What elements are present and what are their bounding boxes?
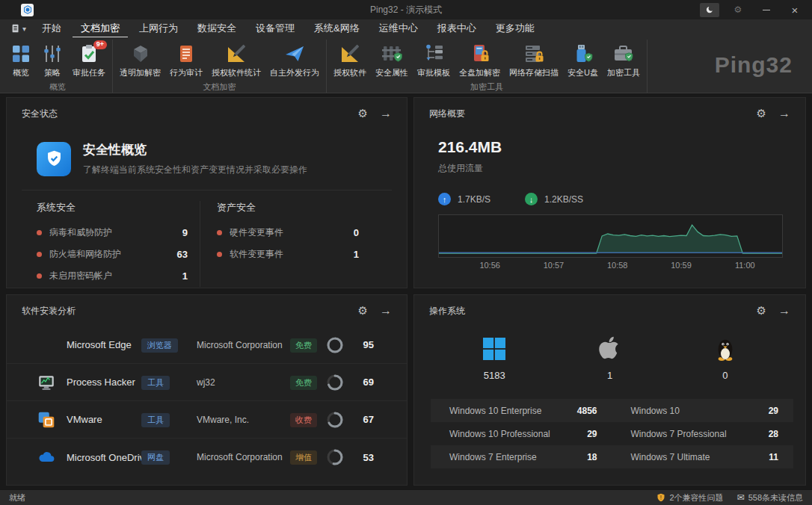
ribbon-transparent-encryption[interactable]: 透明加解密	[115, 40, 165, 80]
ribbon-network-storage-scan[interactable]: 网络存储扫描	[505, 40, 563, 80]
menu-tab-more[interactable]: 更多功能	[487, 19, 543, 38]
ribbon-policy[interactable]: 策略	[37, 40, 68, 80]
ribbon-outgoing-behavior[interactable]: 自主外发行为	[265, 40, 324, 80]
table-row[interactable]: Windows 7 Enterprise18 Windows 7 Ultimat…	[431, 445, 793, 468]
menu-tab-report-center[interactable]: 报表中心	[429, 19, 485, 38]
ribbon-group-label: 加密工具	[329, 80, 645, 96]
gear-icon[interactable]: ⚙	[757, 304, 766, 317]
window-title: Ping32 - 演示模式	[370, 4, 442, 16]
x-tick: 10:58	[607, 261, 628, 270]
software-row[interactable]: Microsoft Edge 浏览器 Microsoft Corporation…	[7, 326, 407, 364]
ribbon-group-label: 文档加密	[115, 80, 324, 96]
app-logo-icon	[21, 4, 34, 16]
software-row[interactable]: VMware 工具 VMware, Inc. 收费 67	[7, 401, 407, 439]
x-tick: 10:57	[544, 261, 565, 270]
software-row[interactable]: Microsoft OneDrive 网盘 Microsoft Corporat…	[7, 439, 407, 476]
policy-sliders-icon	[41, 43, 64, 65]
x-tick: 10:56	[479, 261, 500, 270]
score-ring	[326, 411, 344, 429]
gear-icon[interactable]: ⚙	[358, 304, 368, 317]
ribbon-approval-templates[interactable]: 审批模板	[413, 40, 455, 80]
list-item[interactable]: 未启用密码帐户 1	[37, 265, 188, 287]
ribbon-group-doc-encryption: 透明加解密 行为审计 授权软件统计	[113, 40, 327, 93]
category-badge: 工具	[141, 413, 170, 427]
minimize-icon	[763, 10, 770, 10]
disk-lock-icon	[469, 43, 491, 65]
file-menu-button[interactable]: ▾	[4, 23, 32, 34]
category-badge: 工具	[141, 376, 170, 390]
list-item[interactable]: 病毒和威胁防护 9	[37, 222, 188, 244]
score-value: 67	[356, 414, 374, 425]
titlebar: Ping32 - 演示模式 ⚙ ×	[0, 0, 812, 19]
dark-mode-moon-icon[interactable]	[700, 3, 719, 17]
close-button[interactable]: ×	[785, 3, 805, 17]
panel-software-analysis: 软件安装分析 ⚙ → Microsoft Edge 浏览器 Microsoft …	[6, 294, 407, 486]
list-item[interactable]: 软件变更事件 1	[217, 244, 359, 265]
traffic-chart[interactable]	[438, 214, 783, 258]
score-value: 53	[356, 452, 374, 463]
table-row[interactable]: Windows 10 Professional29 Windows 7 Prof…	[431, 422, 793, 445]
os-version-table: Windows 10 Enterprise4856 Windows 1029 W…	[431, 399, 793, 468]
ribbon-overview[interactable]: 概览	[5, 40, 37, 80]
menu-tab-ops-center[interactable]: 运维中心	[371, 19, 426, 38]
panel-title: 软件安装分析	[22, 305, 76, 317]
os-count: 5183	[484, 370, 505, 381]
menu-tab-device-mgmt[interactable]: 设备管理	[247, 19, 303, 38]
vmware-icon	[37, 410, 56, 430]
menu-tab-data-security[interactable]: 数据安全	[189, 19, 244, 38]
arrow-right-icon[interactable]: →	[380, 107, 392, 120]
score-ring	[326, 336, 344, 354]
chart-x-axis: 10:56 10:57 10:58 10:59 11:00	[438, 261, 783, 272]
cube-icon	[129, 43, 152, 65]
os-summary-linux: 0	[668, 335, 783, 381]
menu-tab-web-behavior[interactable]: 上网行为	[131, 19, 186, 38]
table-row[interactable]: Windows 10 Enterprise4856 Windows 1029	[431, 399, 793, 422]
ribbon-encryption-tools[interactable]: 加密工具	[603, 40, 645, 80]
briefcase-shield-icon	[612, 43, 635, 65]
fence-shield-icon	[381, 43, 403, 65]
os-count: 0	[722, 370, 728, 381]
ribbon-approval-tasks[interactable]: 9+ 审批任务	[68, 40, 110, 80]
arrow-right-icon[interactable]: →	[778, 107, 790, 120]
unread-messages[interactable]: ✉ 558条未读信息	[737, 492, 803, 504]
download-arrow-icon: ↓	[525, 193, 538, 205]
warning-shield-icon	[656, 493, 665, 502]
windows-logo-icon	[481, 335, 508, 362]
list-item[interactable]: 防火墙和网络防护 63	[37, 244, 188, 265]
software-row[interactable]: Process Hacker 工具 wj32 免费 69	[7, 364, 407, 401]
envelope-icon: ✉	[737, 492, 745, 503]
price-badge: 增值	[290, 450, 317, 465]
arrow-right-icon[interactable]: →	[778, 304, 790, 317]
app-name: VMware	[67, 414, 141, 425]
apple-logo-icon	[596, 335, 623, 362]
menu-tab-home[interactable]: 开始	[34, 19, 70, 38]
arrow-right-icon[interactable]: →	[380, 304, 392, 317]
document-menu-icon	[10, 23, 21, 34]
list-item[interactable]: 硬件变更事件 0	[217, 222, 359, 244]
titlebar-settings-gear-icon[interactable]: ⚙	[728, 3, 748, 17]
ribbon-authorized-software[interactable]: 授权软件	[329, 40, 371, 80]
alert-dot-icon	[37, 273, 42, 279]
audit-document-icon	[175, 43, 197, 65]
menu-tab-doc-encryption[interactable]: 文档加密	[73, 19, 128, 38]
ribbon-security-attributes[interactable]: 安全属性	[371, 40, 413, 80]
panel-title: 安全状态	[22, 108, 58, 120]
linux-tux-icon	[712, 335, 739, 362]
paper-plane-icon	[283, 43, 306, 65]
compatibility-warning[interactable]: 2个兼容性问题	[656, 492, 723, 504]
price-badge: 免费	[290, 338, 317, 353]
panel-title: 网络概要	[429, 108, 465, 120]
ruler-pencil-icon	[339, 43, 361, 65]
alert-dot-icon	[37, 230, 42, 235]
ribbon-authorized-software-stats[interactable]: 授权软件统计	[207, 40, 265, 80]
ribbon-full-disk-encryption[interactable]: 全盘加解密	[455, 40, 505, 80]
menu-tab-system-network[interactable]: 系统&网络	[306, 19, 368, 38]
ribbon-behavior-audit[interactable]: 行为审计	[165, 40, 207, 80]
gear-icon[interactable]: ⚙	[757, 107, 766, 120]
ribbon-secure-usb[interactable]: 安全U盘	[563, 40, 603, 80]
system-security-section: 系统安全 病毒和威胁防护 9 防火墙和网络防护 63 未启用密码帐户	[37, 201, 188, 287]
ruler-pencil-icon	[225, 43, 247, 65]
minimize-button[interactable]	[757, 3, 776, 17]
ribbon-group-label: 概览	[5, 80, 110, 96]
gear-icon[interactable]: ⚙	[358, 107, 368, 120]
